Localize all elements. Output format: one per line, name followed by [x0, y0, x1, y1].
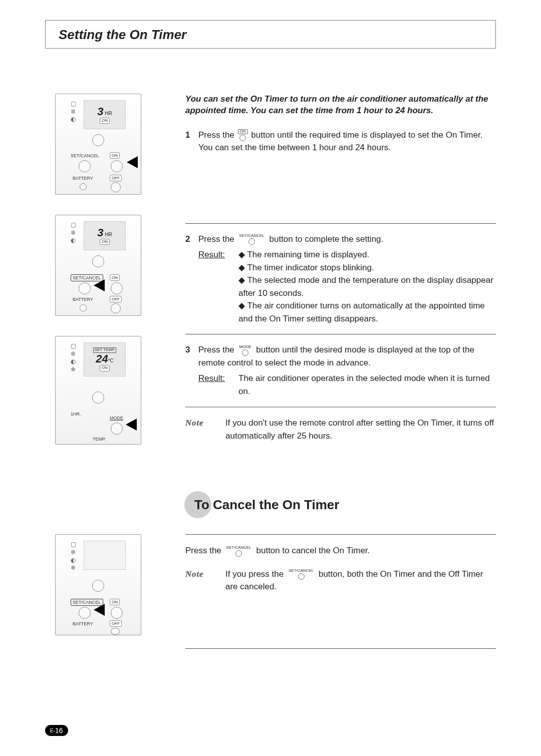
on-chip-2: ON [110, 152, 120, 159]
temp-label: TEMP. [93, 437, 106, 442]
round-button [92, 255, 104, 267]
on-button [111, 160, 123, 172]
btn-circle-icon [235, 550, 242, 557]
result-bullet: The air conditioner turns on automatical… [238, 299, 496, 325]
off-button [111, 303, 121, 313]
step-2-results: The remaining time is displayed. The tim… [238, 248, 496, 325]
btn-circle-icon [298, 573, 305, 580]
off-chip: OFF [110, 175, 122, 181]
page-title: Setting the On Timer [59, 27, 186, 42]
remote-illustration-4: ▢✲◐❄ SET/CANCEL ON BATTERY OFF [55, 534, 141, 635]
remote-illustration-3: ▢✲◐❄ SET TEMP. 24°C ON 1HR. MODE TEMP. [55, 336, 141, 445]
setcancel-button-icon: SET/CANCEL [225, 546, 253, 557]
btn-label: SET/CANCEL [287, 569, 315, 573]
battery-label: BATTERY [73, 621, 93, 626]
step-2-post: button to complete the setting. [269, 234, 384, 244]
off-chip: OFF [110, 620, 122, 627]
btn-label: SET/CANCEL [225, 546, 253, 550]
page-number-badge: E-16 [45, 725, 68, 736]
setcancel-button [79, 607, 91, 619]
mode-button-icon: MODE [238, 345, 253, 356]
btn-circle-icon [248, 238, 255, 245]
off-button [111, 628, 120, 635]
result-label: Result: [198, 248, 238, 325]
battery-label: BATTERY [73, 176, 93, 181]
divider-thick [185, 407, 496, 408]
pointer-arrow-icon [94, 279, 105, 291]
hr-label: HR [105, 232, 112, 237]
cancel-note-pre: If you press the [225, 569, 284, 579]
mode-button [111, 423, 123, 435]
remote-screen-4 [84, 541, 126, 570]
mode-label: MODE [110, 416, 123, 421]
setcancel-button [79, 282, 91, 294]
round-button [92, 134, 104, 146]
step-3: 3 Press the MODE button until the desire… [185, 343, 496, 398]
on-chip: ON [100, 365, 110, 371]
off-button [111, 182, 121, 192]
note-text: If you don't use the remote control afte… [225, 417, 496, 442]
result-bullet: The timer indicator stops blinking. [238, 261, 496, 274]
result-label: Result: [198, 372, 238, 398]
step-1-line2: You can set the time between 1 hour and … [198, 143, 391, 152]
on-chip: ON [110, 599, 120, 605]
btn-circle-icon [239, 135, 246, 141]
page-number: 16 [55, 726, 63, 734]
mode-icons: ▢✲◐❄ [71, 342, 76, 373]
hour-value: 3 [97, 105, 103, 118]
remote-screen-3: SET TEMP. 24°C ON [84, 342, 126, 376]
setcancel-button-icon: SET/CANCEL [238, 234, 266, 245]
on-button [111, 282, 123, 294]
remote-illustration-1: ▢✲◐ 3 HR ON SET/CANCEL ON BATTERY OFF [55, 94, 141, 195]
battery-indicator [80, 304, 87, 311]
btn-label: SET/CANCEL [238, 234, 266, 238]
remote-illustration-2: ▢✲◐ 3 HR ON SET/CANCEL ON BATTERY OFF [55, 215, 141, 316]
divider [185, 334, 496, 334]
pointer-arrow-icon [127, 156, 138, 168]
step-number: 1 [185, 129, 198, 154]
step-1-post: button until the required time is displa… [251, 130, 482, 140]
cancel-note: Note If you press the SET/CANCEL button,… [185, 568, 496, 593]
remote-screen-2: 3 HR ON [84, 221, 126, 250]
cancel-instruction: Press the SET/CANCEL button to cancel th… [185, 544, 496, 557]
note-label: Note [185, 568, 225, 593]
pointer-arrow-icon [94, 604, 105, 616]
cancel-heading: To Cancel the On Timer [185, 492, 496, 519]
result-bullet: The selected mode and the temperature on… [238, 274, 496, 299]
divider [185, 648, 496, 649]
on-chip: ON [100, 118, 110, 124]
note-label: Note [185, 417, 225, 442]
btn-label: MODE [238, 345, 253, 349]
instructions-column: You can set the On Timer to turn on the … [165, 94, 496, 534]
hour-value: 3 [97, 226, 103, 239]
mode-icons: ▢✲◐❄ [71, 541, 76, 572]
mode-icons: ▢✲◐ [71, 100, 76, 124]
on-button-icon: ON [238, 129, 248, 141]
divider [185, 534, 496, 535]
page-title-box: Setting the On Timer [45, 20, 496, 49]
setcancel-button [79, 160, 91, 172]
setcancel-label: SET/CANCEL [71, 153, 99, 158]
page-prefix: E- [50, 728, 55, 733]
round-button [92, 580, 104, 592]
step-number: 2 [185, 233, 198, 325]
step-3-pre: Press the [198, 345, 234, 354]
step-2-pre: Press the [198, 234, 234, 244]
one-hr-label: 1HR. [71, 412, 81, 417]
cancel-heading-text: To Cancel the On Timer [194, 497, 339, 513]
mode-icons: ▢✲◐ [71, 221, 76, 245]
cancel-post: button to cancel the On Timer. [256, 546, 370, 555]
round-button [92, 392, 104, 404]
battery-label: BATTERY [73, 297, 93, 302]
hr-label: HR [105, 111, 112, 116]
result-bullet: The remaining time is displayed. [238, 248, 496, 261]
on-chip-2: ON [110, 274, 120, 281]
step-1-pre: Press the [198, 130, 234, 140]
pointer-arrow-icon [126, 419, 137, 431]
step-3-result-text: The air conditioner operates in the sele… [238, 372, 496, 398]
divider [185, 223, 496, 224]
intro-text: You can set the On Timer to turn on the … [185, 94, 496, 117]
btn-circle-icon [242, 349, 248, 356]
battery-indicator [80, 183, 87, 190]
off-chip: OFF [110, 296, 122, 302]
